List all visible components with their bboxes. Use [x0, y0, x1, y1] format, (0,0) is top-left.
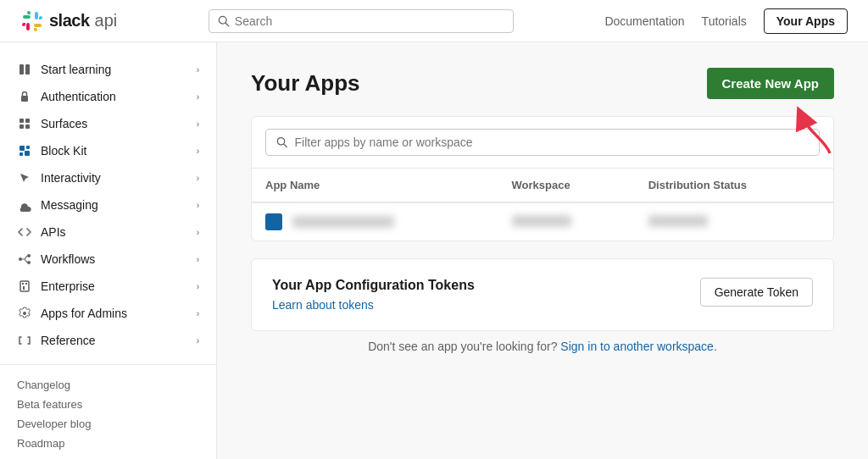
search-icon — [218, 15, 230, 27]
sidebar-item-label: Start learning — [41, 63, 111, 76]
svg-rect-17 — [23, 286, 25, 290]
col-distribution-status: Distribution Status — [635, 169, 833, 202]
logo-area: slack api — [20, 9, 117, 33]
topnav: slack api Documentation Tutorials Your A… — [0, 0, 868, 42]
sidebar-item-interactivity[interactable]: Interactivity › — [0, 164, 216, 191]
svg-rect-2 — [19, 64, 24, 75]
svg-rect-6 — [25, 119, 30, 123]
book-icon — [17, 62, 32, 77]
sidebar-item-enterprise[interactable]: Enterprise › — [0, 273, 216, 300]
svg-rect-7 — [19, 124, 24, 129]
svg-rect-4 — [21, 96, 28, 102]
chevron-right-icon: › — [197, 228, 199, 237]
chevron-right-icon: › — [197, 119, 199, 129]
sidebar-item-messaging[interactable]: Messaging › — [0, 191, 216, 218]
sidebar-item-start-learning[interactable]: Start learning › — [0, 56, 216, 83]
sidebar-item-label: Block Kit — [41, 144, 86, 158]
lock-icon — [17, 89, 32, 104]
chevron-right-icon: › — [197, 65, 199, 75]
svg-rect-9 — [19, 146, 25, 151]
footer-text: Don't see an app you're looking for? Sig… — [251, 340, 834, 353]
search-area — [209, 9, 514, 33]
page-header: Your Apps Create New App — [251, 68, 834, 99]
layout: Start learning › Authentication › Surfac… — [0, 42, 868, 459]
distribution-cell — [635, 202, 833, 241]
sidebar-item-workflows[interactable]: Workflows › — [0, 246, 216, 273]
sidebar-item-label: Messaging — [41, 198, 98, 212]
topnav-right: Documentation Tutorials Your Apps — [604, 8, 848, 34]
sidebar-item-apis[interactable]: APIs › — [0, 218, 216, 246]
sidebar-item-apps-for-admins[interactable]: Apps for Admins › — [0, 300, 216, 327]
brackets-icon — [17, 333, 32, 348]
sidebar-divider — [0, 364, 216, 365]
logo-slack-text: slack — [49, 11, 90, 30]
tutorials-link[interactable]: Tutorials — [702, 14, 747, 28]
svg-point-15 — [27, 261, 31, 264]
chevron-right-icon: › — [197, 336, 199, 346]
beta-features-link[interactable]: Beta features — [17, 395, 199, 414]
sidebar-item-label: Workflows — [41, 252, 95, 266]
svg-point-14 — [27, 254, 31, 257]
settings-icon — [17, 306, 32, 321]
sidebar: Start learning › Authentication › Surfac… — [0, 42, 217, 459]
sidebar-item-reference[interactable]: Reference › — [0, 327, 216, 354]
table-row[interactable] — [252, 202, 833, 241]
cloud-icon — [17, 197, 32, 213]
sidebar-item-surfaces[interactable]: Surfaces › — [0, 110, 216, 137]
token-card: Your App Configuration Tokens Learn abou… — [251, 258, 834, 331]
blocks-icon — [17, 143, 32, 158]
developer-blog-link[interactable]: Developer blog — [17, 414, 199, 434]
col-app-name: App Name — [252, 169, 498, 202]
grid-icon — [17, 116, 32, 131]
documentation-link[interactable]: Documentation — [604, 14, 684, 28]
app-name-blurred — [292, 216, 394, 228]
chevron-right-icon: › — [197, 201, 199, 210]
slackapi-link[interactable]: @SlackAPI — [17, 453, 199, 459]
logo-api-text: api — [95, 11, 118, 30]
footer-static-text: Don't see an app you're looking for? — [368, 340, 557, 353]
app-icon — [265, 213, 282, 230]
filter-apps-input[interactable] — [295, 135, 809, 149]
sidebar-item-block-kit[interactable]: Block Kit › — [0, 137, 216, 164]
apps-table: App Name Workspace Distribution Status — [252, 169, 833, 241]
sidebar-item-label: Enterprise — [41, 279, 95, 293]
main-content: Your Apps Create New App — [217, 42, 868, 459]
svg-point-13 — [19, 257, 22, 261]
chevron-right-icon: › — [197, 147, 199, 156]
code-icon — [17, 224, 32, 240]
search-icon — [276, 136, 288, 148]
slack-logo-icon — [20, 9, 44, 33]
changelog-link[interactable]: Changelog — [17, 375, 199, 395]
create-btn-area: Create New App — [707, 68, 834, 99]
create-new-app-button[interactable]: Create New App — [707, 68, 834, 99]
apps-card: App Name Workspace Distribution Status — [251, 116, 834, 241]
svg-rect-10 — [26, 146, 30, 149]
col-workspace: Workspace — [498, 169, 635, 202]
sidebar-item-label: Reference — [41, 334, 96, 347]
roadmap-link[interactable]: Roadmap — [17, 434, 199, 453]
svg-rect-18 — [22, 283, 24, 285]
learn-about-tokens-link[interactable]: Learn about tokens — [272, 298, 374, 312]
svg-rect-3 — [25, 64, 30, 75]
sidebar-item-label: Surfaces — [41, 117, 87, 130]
token-title: Your App Configuration Tokens — [272, 278, 475, 293]
svg-line-1 — [225, 23, 229, 26]
your-apps-button[interactable]: Your Apps — [764, 8, 848, 34]
search-input[interactable] — [235, 14, 504, 28]
svg-rect-11 — [19, 152, 23, 156]
chevron-right-icon: › — [197, 282, 199, 291]
chevron-right-icon: › — [197, 309, 199, 318]
sign-in-link[interactable]: Sign in to another workspace. — [560, 340, 716, 353]
filter-bar — [252, 117, 833, 169]
generate-token-button[interactable]: Generate Token — [700, 278, 813, 307]
sidebar-item-label: APIs — [41, 225, 66, 239]
workflow-icon — [17, 252, 32, 267]
filter-input-box[interactable] — [265, 129, 820, 156]
building-icon — [17, 279, 32, 294]
search-box[interactable] — [209, 9, 514, 33]
sidebar-item-authentication[interactable]: Authentication › — [0, 83, 216, 110]
sidebar-item-label: Apps for Admins — [41, 307, 127, 320]
svg-rect-19 — [25, 283, 27, 285]
distribution-blurred — [648, 215, 708, 227]
svg-rect-5 — [19, 119, 24, 123]
